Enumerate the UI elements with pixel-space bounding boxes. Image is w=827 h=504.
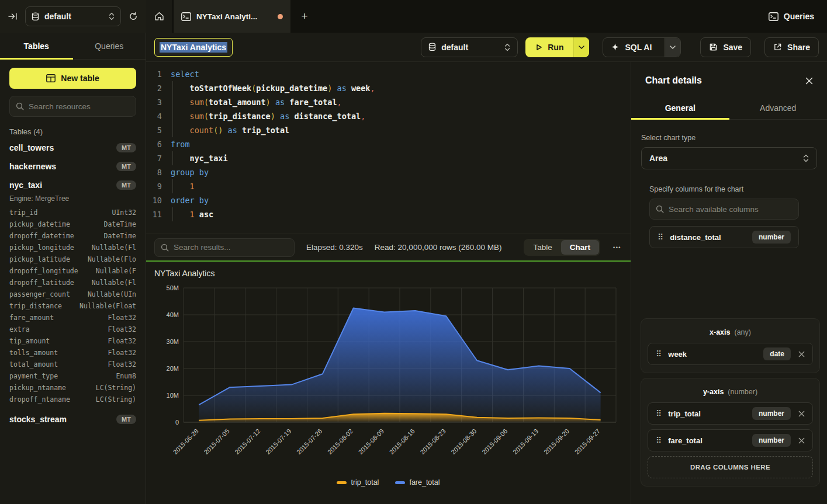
columns-search: [649, 199, 799, 220]
new-table-button[interactable]: New table: [9, 68, 136, 89]
code-line-7[interactable]: 7 nyc_taxi: [146, 151, 631, 165]
line-code: 1: [171, 179, 631, 193]
y-axis-column-fare_total[interactable]: ⠿fare_totalnumber: [648, 429, 813, 451]
column-chip-name: distance_total: [670, 233, 746, 242]
column-type-badge: number: [752, 231, 791, 244]
table-grid-icon: [46, 74, 56, 82]
refresh-icon[interactable]: [126, 9, 140, 23]
queries-button[interactable]: Queries: [769, 12, 814, 21]
column-type: Nullable(Flo: [88, 253, 136, 265]
table-row-nyc_taxi[interactable]: nyc_taxiMT: [0, 176, 146, 194]
code-line-4[interactable]: 4 sum(trip_distance) as distance_total,: [146, 109, 631, 123]
line-number: 3: [146, 95, 171, 109]
available-column-distance_total[interactable]: ⠿distance_totalnumber: [649, 226, 799, 248]
play-icon: [535, 44, 542, 51]
table-name: hackernews: [9, 162, 56, 171]
engine-badge: MT: [116, 143, 136, 152]
svg-text:2015-08-16: 2015-08-16: [388, 427, 416, 456]
run-options-caret[interactable]: [573, 37, 589, 57]
code-line-5[interactable]: 5 count() as trip_total: [146, 123, 631, 137]
svg-text:2015-09-27: 2015-09-27: [573, 427, 601, 456]
drag-handle-icon[interactable]: ⠿: [656, 436, 662, 445]
sidebar-tab-queries[interactable]: Queries: [73, 33, 146, 59]
collapse-sidebar-icon[interactable]: [6, 10, 20, 23]
column-row-trip_id: trip_idUInt32: [0, 207, 146, 218]
chart-type-value: Area: [649, 154, 667, 163]
sql-ai-button[interactable]: SQL AI: [603, 38, 659, 57]
resources-search-input[interactable]: [29, 102, 130, 111]
close-icon[interactable]: [805, 77, 813, 85]
code-line-10[interactable]: 10order by: [146, 193, 631, 207]
column-name: tip_amount: [9, 335, 50, 347]
column-type: Nullable(Float: [79, 300, 136, 312]
share-button[interactable]: Share: [764, 37, 819, 57]
columns-search-input[interactable]: [669, 205, 793, 214]
run-button[interactable]: Run: [525, 37, 573, 57]
database-icon: [428, 43, 436, 51]
column-row-fare_amount: fare_amountFloat32: [0, 312, 146, 324]
new-tab-button[interactable]: +: [290, 0, 319, 33]
query-database-selector[interactable]: default: [421, 37, 518, 57]
tab-advanced[interactable]: Advanced: [729, 97, 827, 119]
column-name: pickup_longitude: [9, 242, 74, 253]
tab-general[interactable]: General: [631, 97, 729, 119]
remove-column-icon[interactable]: [797, 411, 805, 417]
remove-column-icon[interactable]: [797, 437, 805, 444]
table-row-stocks_stream[interactable]: stocks_streamMT: [0, 410, 146, 429]
tab-nytaxi-analytics[interactable]: NYTaxi Analyti...: [174, 0, 290, 33]
x-axis-column-week[interactable]: ⠿weekdate: [648, 343, 813, 365]
legend-swatch: [337, 481, 347, 484]
drag-handle-icon[interactable]: ⠿: [656, 409, 662, 418]
chart-type-select[interactable]: Area: [641, 147, 817, 169]
sql-editor[interactable]: 1select2 toStartOfWeek(pickup_datetime) …: [146, 62, 631, 234]
code-line-8[interactable]: 8group by: [146, 165, 631, 179]
svg-text:10M: 10M: [167, 392, 179, 399]
legend-item-trip_total[interactable]: trip_total: [337, 478, 379, 486]
code-line-1[interactable]: 1select: [146, 67, 631, 81]
line-code: sum(trip_distance) as distance_total,: [171, 109, 631, 123]
results-search-input[interactable]: [174, 243, 288, 252]
query-header: NYTaxi Analytics default Run: [146, 33, 827, 62]
svg-text:50M: 50M: [167, 284, 179, 291]
column-chip-name: week: [668, 350, 757, 359]
query-title-input[interactable]: NYTaxi Analytics: [154, 38, 233, 57]
more-options-icon[interactable]: •••: [612, 245, 622, 251]
drag-columns-dropzone[interactable]: DRAG COLUMNS HERE: [648, 456, 813, 478]
sidebar-tab-tables[interactable]: Tables: [0, 33, 73, 59]
column-row-tip_amount: tip_amountFloat32: [0, 335, 146, 347]
available-columns-list: ⠿distance_totalnumber: [631, 226, 827, 248]
line-code: toStartOfWeek(pickup_datetime) as week,: [171, 81, 631, 95]
database-selector[interactable]: default: [25, 6, 121, 26]
x-axis-card: x-axis(any) ⠿weekdate: [641, 318, 820, 373]
column-row-pickup_longitude: pickup_longitudeNullable(Fl: [0, 242, 146, 253]
table-row-cell_towers[interactable]: cell_towersMT: [0, 138, 146, 157]
run-button-group: Run: [525, 37, 589, 57]
drag-handle-icon[interactable]: ⠿: [658, 232, 663, 242]
column-type-badge: number: [752, 434, 791, 447]
table-row-hackernews[interactable]: hackernewsMT: [0, 157, 146, 176]
code-line-2[interactable]: 2 toStartOfWeek(pickup_datetime) as week…: [146, 81, 631, 95]
code-line-11[interactable]: 11 1 asc: [146, 207, 631, 221]
code-line-9[interactable]: 9 1: [146, 179, 631, 193]
remove-column-icon[interactable]: [797, 351, 805, 357]
chart-type-label: Select chart type: [641, 134, 817, 142]
view-toggle-table[interactable]: Table: [525, 240, 561, 255]
column-row-trip_distance: trip_distanceNullable(Float: [0, 300, 146, 312]
view-toggle-chart[interactable]: Chart: [561, 240, 599, 255]
column-name: extra: [9, 324, 30, 335]
code-line-6[interactable]: 6from: [146, 137, 631, 151]
save-button[interactable]: Save: [700, 37, 751, 57]
home-tab[interactable]: [146, 0, 174, 33]
results-chart: 010M20M30M40M50M2015-06-282015-07-052015…: [154, 279, 622, 478]
y-axis-column-trip_total[interactable]: ⠿trip_totalnumber: [648, 402, 813, 425]
column-name: tolls_amount: [9, 347, 58, 359]
code-line-3[interactable]: 3 sum(total_amount) as fare_total,: [146, 95, 631, 109]
drag-handle-icon[interactable]: ⠿: [656, 349, 662, 359]
legend-item-fare_total[interactable]: fare_total: [395, 478, 440, 486]
top-bar: default NYTaxi Analyti... + Queries: [0, 0, 827, 33]
column-chip-name: trip_total: [668, 409, 746, 418]
chart-details-header: Chart details: [631, 62, 827, 97]
share-label: Share: [787, 43, 810, 52]
column-row-pickup_datetime: pickup_datetimeDateTime: [0, 218, 146, 230]
sql-ai-caret[interactable]: [665, 38, 680, 57]
